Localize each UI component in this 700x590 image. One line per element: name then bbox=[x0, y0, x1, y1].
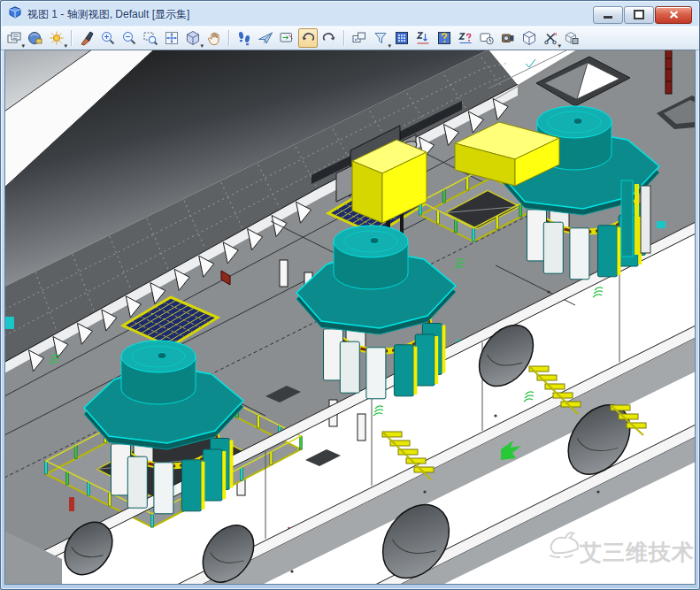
section-clip-icon bbox=[542, 30, 558, 46]
view-attributes-button[interactable]: ▾ bbox=[4, 28, 24, 48]
deck-post bbox=[280, 260, 288, 287]
saved-views-button[interactable] bbox=[477, 28, 496, 48]
fit-view-icon bbox=[164, 30, 180, 46]
toolbar-separator bbox=[228, 30, 230, 46]
toolbar-separator bbox=[71, 30, 73, 46]
section-clip-button[interactable]: ▾ bbox=[541, 28, 560, 48]
dropdown-arrow-icon[interactable]: ▾ bbox=[21, 42, 25, 49]
view-overlay-button[interactable] bbox=[562, 28, 581, 48]
display-style-button[interactable] bbox=[26, 28, 45, 48]
window-title: 视图 1 - 轴测视图, Default [显示集] bbox=[27, 7, 588, 22]
window-area-button[interactable] bbox=[141, 28, 160, 48]
copy-view-button[interactable] bbox=[350, 28, 369, 48]
walk-icon bbox=[236, 30, 252, 46]
zoom-in-icon bbox=[100, 30, 116, 46]
restore-icon bbox=[634, 10, 644, 19]
fit-view-button[interactable] bbox=[162, 28, 181, 48]
fly-icon bbox=[258, 30, 273, 46]
set-display-depth-icon bbox=[415, 30, 431, 46]
zoom-out-icon bbox=[121, 30, 137, 46]
view-cube-icon bbox=[521, 30, 537, 46]
display-style-icon bbox=[27, 30, 43, 46]
green-marker bbox=[524, 392, 534, 402]
rotate-view-button[interactable]: ▾ bbox=[183, 28, 203, 48]
set-display-depth-button[interactable] bbox=[413, 28, 433, 48]
camera-settings-button[interactable] bbox=[498, 28, 518, 48]
view-cube-button[interactable] bbox=[519, 28, 539, 48]
saved-views-icon bbox=[479, 30, 495, 46]
clip-mask-button[interactable] bbox=[392, 28, 412, 48]
close-icon bbox=[669, 11, 679, 19]
adjust-view-brightness-icon bbox=[49, 30, 65, 46]
view-previous-icon bbox=[300, 30, 316, 46]
apply-clip-volume-icon bbox=[373, 30, 388, 46]
green-marker bbox=[593, 287, 603, 297]
update-view-icon bbox=[79, 30, 95, 46]
swallow-logo bbox=[550, 533, 578, 557]
titlebar[interactable]: 视图 1 - 轴测视图, Default [显示集] bbox=[1, 1, 699, 26]
view-next-button[interactable] bbox=[319, 28, 339, 48]
watermark: 艾三维技术 bbox=[550, 533, 695, 564]
view-previous-button[interactable] bbox=[298, 28, 318, 48]
view-window-icon bbox=[8, 6, 22, 23]
zoom-out-button[interactable] bbox=[119, 28, 139, 48]
camera-settings-icon bbox=[500, 30, 516, 46]
axonometric-scene: 艾三维技术 bbox=[5, 50, 695, 584]
view-overlay-icon bbox=[564, 30, 580, 46]
clip-mask-icon bbox=[394, 30, 410, 46]
rotate-view-icon bbox=[185, 30, 201, 46]
close-button[interactable] bbox=[655, 6, 692, 24]
view-attributes-icon bbox=[6, 30, 22, 46]
fly-button[interactable] bbox=[256, 28, 275, 48]
dropdown-arrow-icon[interactable]: ▾ bbox=[200, 42, 204, 49]
dropdown-arrow-icon[interactable]: ▾ bbox=[388, 42, 391, 49]
pan-view-icon bbox=[206, 30, 222, 46]
view-window: 视图 1 - 轴测视图, Default [显示集] ▾▾▾▾▾ 艾三维技术 bbox=[0, 0, 700, 590]
display-depth-indicator-icon bbox=[436, 30, 452, 46]
zoom-in-button[interactable] bbox=[98, 28, 118, 48]
toolbar-separator bbox=[343, 30, 345, 46]
minimize-button[interactable] bbox=[593, 6, 623, 24]
green-marker bbox=[373, 406, 383, 416]
apply-clip-volume-button[interactable]: ▾ bbox=[371, 28, 390, 48]
navigate-view-icon bbox=[279, 30, 295, 46]
minimize-icon bbox=[604, 16, 612, 19]
view-next-icon bbox=[321, 30, 337, 46]
deck-post bbox=[358, 414, 365, 441]
dropdown-arrow-icon[interactable]: ▾ bbox=[558, 42, 561, 49]
watermark-text: 艾三维技术 bbox=[579, 540, 695, 564]
restore-button[interactable] bbox=[624, 6, 654, 24]
dropdown-arrow-icon[interactable]: ▾ bbox=[64, 42, 67, 49]
walk-button[interactable] bbox=[235, 28, 254, 48]
update-view-button[interactable] bbox=[77, 28, 96, 48]
show-display-depth-button[interactable] bbox=[456, 28, 475, 48]
red-pipe bbox=[665, 50, 672, 94]
adjust-view-brightness-button[interactable]: ▾ bbox=[47, 28, 66, 48]
navigate-view-button[interactable] bbox=[277, 28, 296, 48]
window-area-icon bbox=[142, 30, 158, 46]
copy-view-icon bbox=[351, 30, 367, 46]
show-display-depth-icon bbox=[458, 30, 473, 46]
pan-view-button[interactable] bbox=[204, 28, 224, 48]
view-toolbar: ▾▾▾▾▾ bbox=[1, 26, 699, 50]
display-depth-indicator-button[interactable] bbox=[435, 28, 454, 48]
viewport-3d-scene[interactable]: 艾三维技术 bbox=[4, 50, 696, 585]
